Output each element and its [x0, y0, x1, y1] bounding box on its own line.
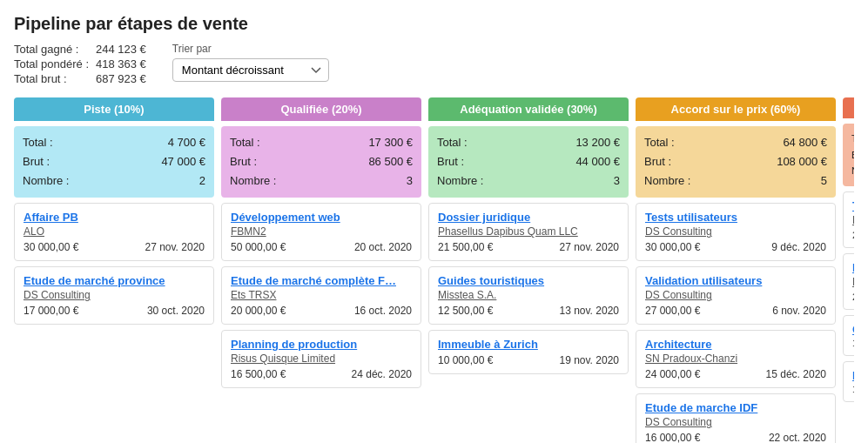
deal-amount: 24 000,00 €: [645, 368, 700, 380]
deal-card[interactable]: Développement web FBMN2 50 000,00 € 20 o…: [221, 203, 421, 261]
deal-card[interactable]: Architecture SN Pradoux-Chanzi 24 000,00…: [636, 330, 836, 388]
total-pondere-value: 418 363 €: [96, 57, 146, 70]
deal-card[interactable]: Affaire PB ALO 30 000,00 € 27 nov. 2020: [14, 203, 214, 261]
deal-date: 16 oct. 2020: [354, 305, 412, 317]
deal-date: 6 nov. 2020: [772, 305, 826, 317]
deal-amount: 10 000,00 €: [438, 354, 493, 366]
deal-name[interactable]: Tari…: [852, 199, 854, 212]
deal-amount: 30 000,00 €: [645, 241, 700, 253]
deal-amount: 16 000,00 €: [645, 432, 700, 443]
adequation-nombre-label: Nombre :: [437, 171, 483, 191]
qualifiee-nombre-label: Nombre :: [230, 171, 276, 191]
qualifiee-nombre-value: 3: [407, 171, 413, 191]
deal-company[interactable]: Ets TRSX: [231, 289, 412, 301]
accord-nombre-value: 5: [821, 171, 827, 191]
deal-company[interactable]: Misstea S.A.: [438, 289, 619, 301]
deal-name[interactable]: Immeuble à Zurich: [438, 338, 619, 351]
deal-company[interactable]: DS Consulting: [645, 225, 826, 238]
deal-name[interactable]: Etude de marché complète F…: [231, 274, 412, 287]
deal-company[interactable]: ALO: [24, 225, 205, 238]
deal-card[interactable]: Immeuble à Zurich 10 000,00 € 19 nov. 20…: [428, 330, 629, 374]
deal-date: 27 nov. 2020: [559, 241, 619, 253]
header-row: Total gagné : 244 123 € Total pondéré : …: [14, 43, 854, 85]
deal-company[interactable]: DS Consulting: [24, 289, 205, 301]
deal-amount: 27 000,00 €: [645, 305, 700, 317]
adequation-total-label: Total :: [437, 133, 468, 152]
deal-company[interactable]: DS Consulting: [645, 416, 826, 428]
deal-card[interactable]: Tests utilisateurs DS Consulting 30 000,…: [636, 203, 836, 261]
deal-card[interactable]: Etude de marché complète F… Ets TRSX 20 …: [221, 266, 421, 325]
deal-name[interactable]: Etude de marché province: [24, 274, 205, 287]
piste-summary: Total : 4 700 € Brut : 47 000 € Nombre :…: [14, 126, 214, 198]
deal-date: 9 déc. 2020: [771, 241, 826, 253]
deal-amount: 30 000,00 €: [24, 241, 78, 253]
pipeline-col-qualifiee: Qualifiée (20%) Total : 17 300 € Brut : …: [221, 97, 421, 443]
deal-card[interactable]: Etude de marché province DS Consulting 1…: [14, 266, 214, 325]
deal-card[interactable]: Validation utilisateurs DS Consulting 27…: [636, 266, 836, 325]
sort-block: Trier par Montant décroissant Montant cr…: [172, 43, 329, 82]
adequation-header: Adéquation validée (30%): [428, 97, 629, 121]
deal-name[interactable]: Développement web: [231, 211, 412, 224]
deal-company[interactable]: Risus Quisque Limited: [231, 352, 412, 365]
deal-date: 19 nov. 2020: [559, 354, 619, 366]
deal-company[interactable]: Phasellus Dapibus Quam LLC: [438, 225, 619, 238]
deal-amount: 17 000,00 €: [24, 305, 78, 317]
piste-brut-label: Brut :: [23, 152, 50, 171]
deal-date: 13 nov. 2020: [559, 305, 619, 317]
partielle-summary: Total Brut Nom: [843, 124, 854, 186]
deal-amount: 16 500,00 €: [231, 368, 286, 380]
adequation-nombre-value: 3: [614, 171, 620, 191]
qualifiee-brut-label: Brut :: [230, 152, 257, 171]
deal-name[interactable]: Cor: [852, 323, 854, 336]
accord-nombre-label: Nombre :: [644, 171, 690, 191]
deal-name[interactable]: Etude de marche IDF: [645, 401, 826, 414]
pipeline-col-adequation: Adéquation validée (30%) Total : 13 200 …: [428, 97, 629, 443]
piste-total-label: Total :: [23, 133, 53, 152]
deal-date: 20 oct. 2020: [354, 241, 412, 253]
deal-card[interactable]: Tari… Feu… 26 0…: [843, 191, 854, 248]
piste-nombre-label: Nombre :: [23, 171, 69, 191]
sort-select[interactable]: Montant décroissant Montant croissant Da…: [172, 58, 329, 82]
sort-label: Trier par: [172, 43, 329, 55]
deal-card[interactable]: Lot… 14 8…: [843, 361, 854, 402]
deal-card[interactable]: Etude de marche IDF DS Consulting 16 000…: [636, 393, 836, 443]
deal-card[interactable]: Planning de production Risus Quisque Lim…: [221, 330, 421, 388]
deal-name[interactable]: Lot…: [852, 261, 854, 274]
deal-name[interactable]: Validation utilisateurs: [645, 274, 826, 287]
deal-name[interactable]: Planning de production: [231, 338, 412, 351]
deal-company: Risu…: [852, 276, 854, 288]
qualifiee-total-value: 17 300 €: [368, 133, 413, 152]
deal-company[interactable]: SN Pradoux-Chanzi: [645, 352, 826, 365]
total-brut-label: Total brut :: [14, 72, 89, 85]
pipeline-col-accord: Accord sur le prix (60%) Total : 64 800 …: [636, 97, 836, 443]
page-title: Pipeline par étapes de vente: [14, 14, 854, 34]
piste-brut-value: 47 000 €: [161, 152, 205, 171]
deal-amount: 20 000,00 €: [231, 305, 286, 317]
partielle-brut-label: Brut: [851, 147, 854, 164]
deal-name[interactable]: Dossier juridique: [438, 211, 619, 224]
deal-card[interactable]: Guides touristiques Misstea S.A. 12 500,…: [428, 266, 629, 325]
adequation-brut-label: Brut :: [437, 152, 464, 171]
piste-header: Piste (10%): [14, 97, 214, 121]
deal-name[interactable]: Lot…: [852, 369, 854, 382]
deal-card[interactable]: Cor 15 0…: [843, 315, 854, 356]
deal-date: 22 oct. 2020: [769, 432, 826, 443]
deal-name[interactable]: Architecture: [645, 338, 826, 351]
deal-company[interactable]: DS Consulting: [645, 289, 826, 301]
qualifiee-summary: Total : 17 300 € Brut : 86 500 € Nombre …: [221, 126, 421, 198]
deal-card[interactable]: Lot… Risu… 24 0…: [843, 253, 854, 310]
deal-name[interactable]: Tests utilisateurs: [645, 211, 826, 224]
pipeline-col-piste: Piste (10%) Total : 4 700 € Brut : 47 00…: [14, 97, 214, 443]
deal-name[interactable]: Affaire PB: [24, 211, 205, 224]
deal-name[interactable]: Guides touristiques: [438, 274, 619, 287]
deal-card[interactable]: Dossier juridique Phasellus Dapibus Quam…: [428, 203, 629, 261]
deal-company: Feu…: [852, 214, 854, 226]
total-pondere-label: Total pondéré :: [14, 57, 89, 70]
adequation-total-value: 13 200 €: [575, 133, 620, 152]
qualifiee-total-label: Total :: [230, 133, 260, 152]
deal-company[interactable]: FBMN2: [231, 225, 412, 238]
deal-amount: 50 000,00 €: [231, 241, 286, 253]
accord-total-value: 64 800 €: [783, 133, 827, 152]
partielle-total-label: Total: [851, 131, 854, 147]
accord-brut-value: 108 000 €: [777, 152, 827, 171]
